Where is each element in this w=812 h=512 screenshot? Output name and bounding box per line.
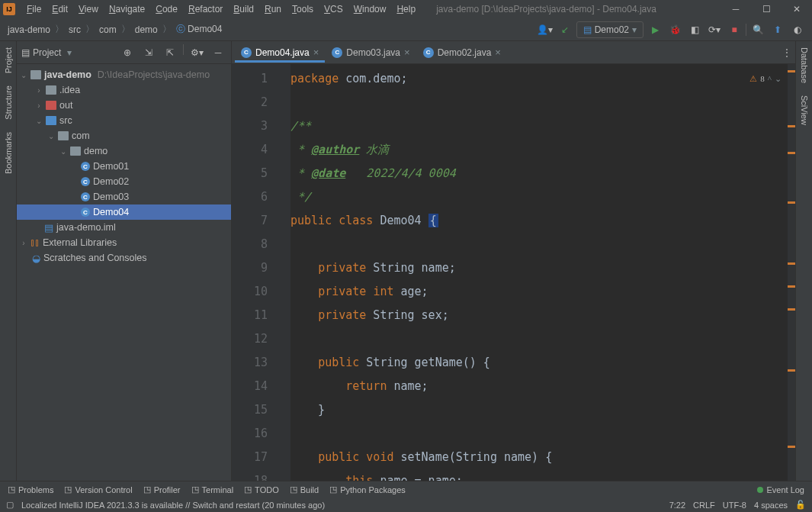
- tree-node-out[interactable]: ›out: [17, 98, 231, 113]
- breadcrumb-separator: 〉: [55, 23, 64, 36]
- run-config-label: Demo02: [595, 24, 629, 35]
- maximize-button[interactable]: ☐: [751, 0, 782, 18]
- project-view-icon[interactable]: ▤: [21, 47, 30, 58]
- locate-file-icon[interactable]: ⊕: [119, 44, 136, 61]
- tab-demo03-java[interactable]: CDemo03.java×: [326, 43, 416, 62]
- tree-node-iml[interactable]: ▤java-demo.iml: [17, 220, 231, 235]
- readonly-icon[interactable]: 🔓: [795, 500, 806, 510]
- menu-help[interactable]: Help: [391, 2, 421, 17]
- tree-node-idea[interactable]: ›.idea: [17, 82, 231, 98]
- tool-python-packages[interactable]: ◳Python Packages: [329, 485, 406, 494]
- menu-file[interactable]: File: [21, 2, 47, 17]
- tool-window-icon[interactable]: ▢: [6, 500, 14, 510]
- breadcrumb-demo04[interactable]: Demo04: [173, 21, 226, 37]
- tree-node-scratches[interactable]: ◒Scratches and Consoles: [17, 250, 231, 266]
- breadcrumb-separator: 〉: [121, 23, 130, 36]
- menu-window[interactable]: Window: [348, 2, 392, 17]
- coverage-button[interactable]: ◧: [686, 21, 703, 38]
- code-content[interactable]: package com.demo; /** * @author 水滴 * @da…: [290, 64, 795, 481]
- menu-code[interactable]: Code: [150, 2, 183, 17]
- user-icon[interactable]: 👤▾: [537, 21, 554, 38]
- tool-problems[interactable]: ◳Problems: [8, 485, 53, 494]
- tree-node-src[interactable]: ⌄src: [17, 113, 231, 128]
- indent[interactable]: 4 spaces: [754, 501, 788, 510]
- run-button[interactable]: ▶: [647, 21, 663, 38]
- tool-profiler[interactable]: ◳Profiler: [143, 485, 181, 494]
- fold-column: [281, 64, 290, 481]
- error-stripe[interactable]: [788, 64, 795, 481]
- status-message[interactable]: Localized IntelliJ IDEA 2021.3.3 is avai…: [21, 501, 662, 510]
- tree-node-demo01[interactable]: CDemo01: [17, 159, 231, 174]
- profile-button[interactable]: ⟳▾: [706, 21, 723, 38]
- bottom-toolbar: ◳Problems◳Version Control◳Profiler◳Termi…: [0, 481, 812, 498]
- stop-button[interactable]: ■: [726, 21, 743, 38]
- menu-edit[interactable]: Edit: [47, 2, 73, 17]
- tab-close-icon[interactable]: ×: [313, 47, 319, 58]
- tool-todo[interactable]: ◳TODO: [244, 485, 279, 494]
- menu-run[interactable]: Run: [259, 2, 287, 17]
- menu-build[interactable]: Build: [228, 2, 259, 17]
- hide-icon[interactable]: ─: [210, 44, 226, 61]
- tab-close-icon[interactable]: ×: [495, 47, 501, 58]
- expand-all-icon[interactable]: ⇲: [140, 44, 157, 61]
- chevron-down-icon[interactable]: ▾: [67, 47, 72, 58]
- update-button[interactable]: ⬆: [769, 21, 786, 38]
- tool-terminal[interactable]: ◳Terminal: [191, 485, 234, 494]
- breadcrumb-separator: 〉: [162, 23, 172, 36]
- tool-build[interactable]: ◳Build: [290, 485, 319, 494]
- stripe-structure[interactable]: Structure: [2, 79, 14, 126]
- tree-node-external-libs[interactable]: ›⫿⫿External Libraries: [17, 235, 231, 250]
- stripe-database[interactable]: Database: [798, 41, 810, 89]
- menu-navigate[interactable]: Navigate: [104, 2, 150, 17]
- ide-features-button[interactable]: ◐: [789, 21, 806, 38]
- breadcrumbs: java-demo〉src〉com〉demo〉Demo04: [0, 21, 225, 37]
- tree-node-com[interactable]: ⌄com: [17, 128, 231, 143]
- breadcrumb-com[interactable]: com: [96, 23, 120, 37]
- left-tool-stripe: ProjectStructureBookmarks: [0, 41, 17, 481]
- close-button[interactable]: ✕: [782, 0, 812, 18]
- tree-node-demo04[interactable]: CDemo04: [17, 204, 231, 220]
- encoding[interactable]: UTF-8: [723, 501, 746, 510]
- editor-tabs: CDemo04.java×CDemo03.java×CDemo02.java× …: [232, 41, 795, 64]
- stripe-project[interactable]: Project: [2, 41, 14, 79]
- menu-refactor[interactable]: Refactor: [183, 2, 228, 17]
- project-tree: ⌄java-demoD:\IdeaProjects\java-demo ›.id…: [17, 64, 231, 481]
- gear-icon[interactable]: ⚙▾: [188, 44, 205, 61]
- event-log-button[interactable]: Event Log: [757, 485, 804, 494]
- tree-node-demo03[interactable]: CDemo03: [17, 189, 231, 204]
- breadcrumb-src[interactable]: src: [66, 23, 84, 37]
- menu-view[interactable]: View: [73, 2, 104, 17]
- editor: CDemo04.java×CDemo03.java×CDemo02.java× …: [232, 41, 795, 481]
- titlebar: IJ FileEditViewNavigateCodeRefactorBuild…: [0, 0, 812, 18]
- tabs-menu-icon[interactable]: ⋮: [778, 44, 795, 61]
- tool-version-control[interactable]: ◳Version Control: [64, 485, 132, 494]
- project-root[interactable]: ⌄java-demoD:\IdeaProjects\java-demo: [17, 67, 231, 82]
- line-separator[interactable]: CRLF: [693, 501, 715, 510]
- inspection-badge[interactable]: ⚠8 ^ ⌄: [749, 67, 782, 91]
- tree-node-demo[interactable]: ⌄demo: [17, 143, 231, 159]
- tab-demo04-java[interactable]: CDemo04.java×: [235, 43, 325, 62]
- caret-position[interactable]: 7:22: [669, 501, 685, 510]
- editor-body[interactable]: 123456789101112131415161718 package com.…: [232, 64, 795, 481]
- run-config-selector[interactable]: ▤ Demo02 ▾: [576, 21, 644, 38]
- search-button[interactable]: 🔍: [749, 21, 766, 38]
- build-icon[interactable]: ↙: [557, 21, 573, 38]
- debug-button[interactable]: 🐞: [666, 21, 683, 38]
- breadcrumb-java-demo[interactable]: java-demo: [5, 23, 53, 37]
- tab-demo02-java[interactable]: CDemo02.java×: [417, 43, 507, 62]
- menu-vcs[interactable]: VCS: [319, 2, 348, 17]
- stripe-sciview[interactable]: SciView: [798, 89, 810, 131]
- minimize-button[interactable]: ─: [721, 0, 751, 18]
- collapse-all-icon[interactable]: ⇱: [162, 44, 178, 61]
- navbar: java-demo〉src〉com〉demo〉Demo04 👤▾ ↙ ▤ Dem…: [0, 18, 812, 41]
- breadcrumb-demo[interactable]: demo: [132, 23, 161, 37]
- app-logo: IJ: [3, 3, 15, 15]
- right-tool-stripe: DatabaseSciView: [795, 41, 812, 481]
- project-panel-header: ▤ Project ▾ ⊕ ⇲ ⇱ ⚙▾ ─: [17, 41, 231, 64]
- tree-node-demo02[interactable]: CDemo02: [17, 174, 231, 189]
- tab-close-icon[interactable]: ×: [404, 47, 410, 58]
- status-bar: ▢ Localized IntelliJ IDEA 2021.3.3 is av…: [0, 498, 812, 512]
- menu-tools[interactable]: Tools: [287, 2, 319, 17]
- stripe-bookmarks[interactable]: Bookmarks: [2, 126, 14, 180]
- gutter: 123456789101112131415161718: [232, 64, 281, 481]
